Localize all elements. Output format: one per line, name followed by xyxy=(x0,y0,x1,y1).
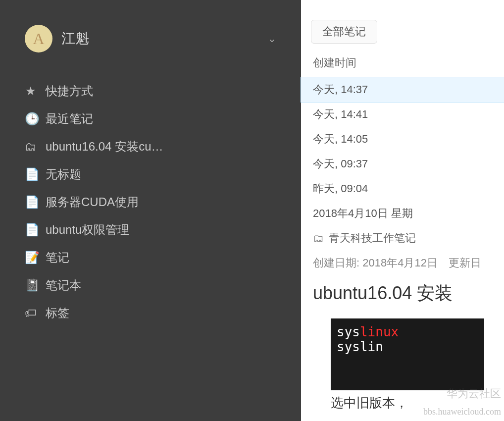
thumb-line: syslin xyxy=(337,339,478,354)
sidebar-nav: ★快捷方式🕒最近笔记🗂ubuntu16.04 安装cu…📄无标题📄服务器CUDA… xyxy=(10,67,291,337)
sidebar-item-icon: 📓 xyxy=(25,278,37,292)
note-list-row[interactable]: 今天, 14:37 xyxy=(301,77,504,102)
sidebar-item-5[interactable]: 📄ubuntu权限管理 xyxy=(25,216,276,244)
chevron-down-icon[interactable]: ⌄ xyxy=(268,33,276,45)
note-meta: 创建日期: 2018年4月12日 更新日 xyxy=(301,251,504,275)
username-label: 江魁 xyxy=(61,29,259,48)
sidebar-item-0[interactable]: ★快捷方式 xyxy=(25,77,276,105)
note-list-row[interactable]: 今天, 09:37 xyxy=(301,152,504,176)
sidebar-item-4[interactable]: 📄服务器CUDA使用 xyxy=(25,188,276,216)
sidebar-item-1[interactable]: 🕒最近笔记 xyxy=(25,105,276,133)
watermark-text: 华为云社区 xyxy=(447,386,501,401)
sidebar-item-icon: 🗂 xyxy=(25,140,37,154)
sidebar-item-8[interactable]: 🏷标签 xyxy=(25,299,276,327)
notebook-tag-label: 青天科技工作笔记 xyxy=(329,231,416,246)
sidebar-item-icon: 📄 xyxy=(25,195,37,209)
sidebar-item-icon: 📄 xyxy=(25,223,37,237)
sidebar-item-icon: 🕒 xyxy=(25,112,37,126)
sidebar-item-3[interactable]: 📄无标题 xyxy=(25,160,276,188)
sidebar-item-6[interactable]: 📝笔记 xyxy=(25,244,276,271)
avatar: A xyxy=(25,25,52,53)
note-thumbnail: syslinuxsyslin xyxy=(331,318,484,390)
note-list-row[interactable]: 昨天, 09:04 xyxy=(301,176,504,201)
notebook-icon: 🗂 xyxy=(313,232,324,245)
sidebar-item-label: 笔记 xyxy=(46,250,69,265)
thumb-line: syslinux xyxy=(337,324,478,339)
sidebar-item-icon: 🏷 xyxy=(25,306,37,320)
sidebar-item-label: 无标题 xyxy=(46,166,81,182)
notebook-tag-row[interactable]: 🗂 青天科技工作笔记 xyxy=(301,226,504,251)
sidebar-item-label: ubuntu16.04 安装cu… xyxy=(46,139,163,155)
sidebar-item-label: 最近笔记 xyxy=(46,111,93,127)
sidebar-item-icon: 📝 xyxy=(25,251,37,264)
note-list: 今天, 14:37今天, 14:41今天, 14:05今天, 09:37昨天, … xyxy=(301,77,504,226)
column-header[interactable]: 创建时间 xyxy=(301,49,504,77)
note-list-row[interactable]: 2018年4月10日 星期 xyxy=(301,201,504,226)
note-list-row[interactable]: 今天, 14:41 xyxy=(301,102,504,127)
sidebar: A 江魁 ⌄ ★快捷方式🕒最近笔记🗂ubuntu16.04 安装cu…📄无标题📄… xyxy=(0,0,301,421)
tabs-row: 全部笔记 xyxy=(301,0,504,49)
sidebar-item-icon: ★ xyxy=(25,84,37,98)
sidebar-item-label: 快捷方式 xyxy=(46,83,93,99)
sidebar-item-label: 笔记本 xyxy=(46,277,81,293)
profile-row[interactable]: A 江魁 ⌄ xyxy=(10,20,291,67)
sidebar-item-7[interactable]: 📓笔记本 xyxy=(25,271,276,299)
all-notes-button[interactable]: 全部笔记 xyxy=(311,20,377,44)
sidebar-item-label: 服务器CUDA使用 xyxy=(46,194,139,210)
note-title: ubuntu16.04 安装 xyxy=(301,275,504,312)
sidebar-item-icon: 📄 xyxy=(25,167,37,181)
sidebar-item-2[interactable]: 🗂ubuntu16.04 安装cu… xyxy=(25,133,276,160)
watermark-url: bbs.huaweicloud.com xyxy=(423,407,501,417)
sidebar-item-label: ubuntu权限管理 xyxy=(46,222,129,238)
main-panel: 全部笔记 创建时间 今天, 14:37今天, 14:41今天, 14:05今天,… xyxy=(301,0,504,421)
notes-app-background: A 江魁 ⌄ ★快捷方式🕒最近笔记🗂ubuntu16.04 安装cu…📄无标题📄… xyxy=(0,0,504,421)
note-list-row[interactable]: 今天, 14:05 xyxy=(301,127,504,152)
sidebar-item-label: 标签 xyxy=(46,305,69,321)
